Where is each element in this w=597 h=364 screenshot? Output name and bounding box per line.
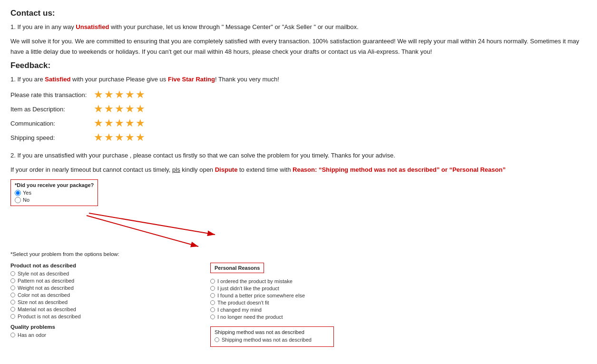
contact-item2: We will solve it for you. We are committ… bbox=[10, 36, 587, 57]
option-shipping-method: Shipping method was not as described bbox=[215, 337, 330, 343]
feedback-item1-post: ! Thank you very much! bbox=[215, 76, 279, 83]
stars-shipping: ★ ★ ★ ★ ★ bbox=[94, 131, 145, 144]
contact-title: Contact us: bbox=[10, 9, 587, 18]
better-price-radio[interactable] bbox=[210, 293, 215, 298]
color-radio[interactable] bbox=[10, 293, 15, 297]
contact-item1-pre: 1. If you are in any way bbox=[10, 23, 76, 30]
rating-label-transaction: Please rate this transaction: bbox=[10, 91, 94, 98]
yes-radio[interactable] bbox=[15, 190, 21, 196]
svg-line-1 bbox=[89, 213, 215, 235]
odor-radio[interactable] bbox=[10, 333, 15, 337]
dispute-reason: Reason: “Shipping method was not as desc… bbox=[293, 166, 506, 173]
contact-section: Contact us: 1. If you are in any way Uns… bbox=[10, 9, 587, 57]
personal-col: Personal Reasons I ordered the product b… bbox=[210, 263, 334, 347]
no-longer-need-radio[interactable] bbox=[210, 315, 215, 319]
svg-line-2 bbox=[87, 216, 198, 246]
product-not-radio[interactable] bbox=[10, 314, 15, 319]
rating-label-description: Item as Description: bbox=[10, 106, 94, 113]
material-radio[interactable] bbox=[10, 307, 15, 312]
feedback-item1-pre: 1. If you are bbox=[10, 76, 45, 83]
dispute-mid: kindly open bbox=[180, 166, 215, 173]
contact-item1-post: with your purchase, let us know through … bbox=[109, 23, 358, 30]
did-you-receive-box: *Did you receive your package? Yes No bbox=[10, 179, 98, 206]
rating-row-description: Item as Description: ★ ★ ★ ★ ★ bbox=[10, 103, 587, 115]
dispute-mid2: to extend time with bbox=[237, 166, 293, 173]
quality-title: Quality problems bbox=[10, 324, 115, 330]
option-mistake: I ordered the product by mistake bbox=[210, 278, 334, 284]
dispute-word: Dispute bbox=[215, 166, 238, 173]
no-label: No bbox=[23, 197, 29, 203]
feedback-item1-mid: with your purchase Please give us bbox=[70, 76, 168, 83]
diagram-section: *Did you receive your package? Yes No *S… bbox=[10, 179, 587, 347]
option-no-longer-need: I no longer need the product bbox=[210, 314, 334, 320]
rating-row-shipping: Shipping speed: ★ ★ ★ ★ ★ bbox=[10, 131, 587, 144]
option-better-price: I found a better price somewhere else bbox=[210, 293, 334, 298]
product-col: Product not as described Style not as de… bbox=[10, 263, 115, 347]
option-style: Style not as described bbox=[10, 271, 115, 276]
ratings-container: Please rate this transaction: ★ ★ ★ ★ ★ … bbox=[10, 89, 587, 144]
feedback-item2: 2. If you are unsatisfied with your purc… bbox=[10, 150, 587, 161]
dispute-pls: pls bbox=[172, 166, 180, 173]
changed-mind-radio[interactable] bbox=[210, 307, 215, 312]
option-didnt-like: I just didn't like the product bbox=[210, 285, 334, 291]
mistake-radio[interactable] bbox=[210, 279, 215, 284]
feedback-item1: 1. If you are Satisfied with your purcha… bbox=[10, 74, 587, 85]
contact-item1: 1. If you are in any way Unsatisfied wit… bbox=[10, 22, 587, 32]
doesnt-fit-radio[interactable] bbox=[210, 300, 215, 305]
stars-description: ★ ★ ★ ★ ★ bbox=[94, 103, 145, 115]
didnt-like-radio[interactable] bbox=[210, 286, 215, 291]
no-radio[interactable] bbox=[15, 197, 21, 203]
option-weight: Weight not as described bbox=[10, 285, 115, 291]
option-size: Size not as described bbox=[10, 299, 115, 305]
stars-transaction: ★ ★ ★ ★ ★ bbox=[94, 89, 145, 101]
feedback-title: Feedback: bbox=[10, 61, 587, 70]
rating-label-shipping: Shipping speed: bbox=[10, 134, 94, 141]
yes-option: Yes bbox=[15, 190, 94, 196]
did-you-receive-content: *Did you receive your package? Yes No bbox=[10, 179, 98, 206]
feedback-section: Feedback: 1. If you are Satisfied with y… bbox=[10, 61, 587, 175]
yes-label: Yes bbox=[23, 190, 31, 196]
dispute-paragraph: If your order in nearly timeout but cann… bbox=[10, 165, 587, 175]
shipping-method-box: Shipping method was not as described Shi… bbox=[210, 326, 334, 347]
quality-section: Quality problems Has an odor bbox=[10, 324, 115, 338]
option-material: Material not as described bbox=[10, 306, 115, 312]
feedback-satisfied: Satisfied bbox=[45, 76, 70, 83]
size-radio[interactable] bbox=[10, 300, 15, 305]
dispute-pre: If your order in nearly timeout but cann… bbox=[10, 166, 172, 173]
shipping-box-title: Shipping method was not as described bbox=[215, 329, 330, 335]
no-option: No bbox=[15, 197, 94, 203]
option-changed-mind: I changed my mind bbox=[210, 307, 334, 313]
did-you-question: *Did you receive your package? bbox=[15, 182, 94, 188]
rating-label-communication: Communication: bbox=[10, 120, 94, 127]
option-odor: Has an odor bbox=[10, 332, 115, 338]
pattern-radio[interactable] bbox=[10, 278, 15, 283]
option-color: Color not as described bbox=[10, 292, 115, 298]
personal-reasons-box: Personal Reasons bbox=[210, 263, 264, 273]
rating-row-communication: Communication: ★ ★ ★ ★ ★ bbox=[10, 117, 587, 129]
select-problem-label: *Select your problem from the options be… bbox=[10, 251, 587, 257]
arrows-svg bbox=[10, 204, 229, 251]
options-grid: Product not as described Style not as de… bbox=[10, 263, 587, 347]
product-not-described-title: Product not as described bbox=[10, 263, 115, 268]
option-pattern: Pattern not as described bbox=[10, 278, 115, 284]
shipping-method-radio[interactable] bbox=[215, 337, 219, 342]
contact-unsatisfied: Unsatisfied bbox=[76, 23, 109, 30]
feedback-five-star: Five Star Rating bbox=[168, 76, 215, 83]
option-product-not: Product is not as described bbox=[10, 314, 115, 319]
option-doesnt-fit: The product doesn't fit bbox=[210, 300, 334, 305]
weight-radio[interactable] bbox=[10, 285, 15, 290]
rating-row-transaction: Please rate this transaction: ★ ★ ★ ★ ★ bbox=[10, 89, 587, 101]
stars-communication: ★ ★ ★ ★ ★ bbox=[94, 117, 145, 129]
style-radio[interactable] bbox=[10, 271, 15, 276]
